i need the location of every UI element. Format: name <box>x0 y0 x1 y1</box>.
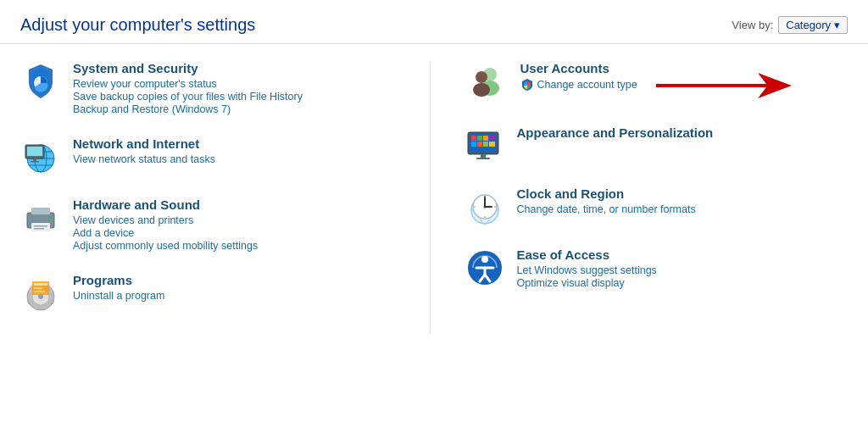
svg-rect-34 <box>477 136 482 141</box>
ease-link-1[interactable]: Let Windows suggest settings <box>517 264 849 276</box>
svg-point-55 <box>481 256 488 263</box>
left-panel: System and Security Review your computer… <box>20 61 431 334</box>
system-security-link-1[interactable]: Review your computer's status <box>73 78 404 90</box>
ease-link-2[interactable]: Optimize visual display <box>517 277 849 289</box>
svg-rect-14 <box>34 228 44 230</box>
network-icon <box>20 136 61 177</box>
hardware-link-1[interactable]: View devices and printers <box>73 214 404 226</box>
svg-rect-41 <box>481 154 486 158</box>
ease-access-text: Ease of Access Let Windows suggest setti… <box>517 247 849 290</box>
hardware-sound-title[interactable]: Hardware and Sound <box>73 197 404 212</box>
clock-region-title[interactable]: Clock and Region <box>517 186 849 201</box>
svg-rect-35 <box>483 136 488 141</box>
system-security-link-2[interactable]: Save backup copies of your files with Fi… <box>73 91 404 103</box>
page-title: Adjust your computer's settings <box>20 15 255 35</box>
right-panel: User Accounts Change account ty <box>431 61 849 334</box>
programs-link-1[interactable]: Uninstall a program <box>73 290 404 302</box>
change-account-row: Change account type <box>520 78 849 92</box>
svg-point-27 <box>473 83 490 97</box>
svg-rect-37 <box>471 142 476 147</box>
header: Adjust your computer's settings View by:… <box>0 0 868 44</box>
svg-rect-8 <box>33 158 36 161</box>
ease-icon <box>465 247 505 288</box>
svg-rect-40 <box>489 142 495 147</box>
user-accounts-item: User Accounts Change account ty <box>465 61 849 105</box>
system-security-link-3[interactable]: Backup and Restore (Windows 7) <box>73 103 404 115</box>
shield-icon <box>520 78 534 92</box>
svg-point-26 <box>476 71 487 83</box>
appearance-title[interactable]: Appearance and Personalization <box>517 125 849 140</box>
ease-access-item: Ease of Access Let Windows suggest setti… <box>465 247 849 290</box>
user-accounts-text: User Accounts Change account ty <box>520 61 849 92</box>
svg-rect-33 <box>471 136 476 141</box>
svg-rect-36 <box>489 136 495 141</box>
svg-rect-39 <box>483 142 488 147</box>
svg-marker-30 <box>656 73 792 98</box>
view-by-container: View by: Category ▾ <box>732 16 848 34</box>
network-link-1[interactable]: View network status and tasks <box>73 153 404 165</box>
viewby-dropdown[interactable]: Category ▾ <box>778 16 848 34</box>
appearance-text: Appearance and Personalization <box>517 125 849 142</box>
programs-title[interactable]: Programs <box>73 273 404 287</box>
hardware-link-2[interactable]: Add a device <box>73 227 404 239</box>
clock-region-item: Clock and Region Change date, time, or n… <box>465 186 849 227</box>
clock-link-1[interactable]: Change date, time, or number formats <box>517 203 849 215</box>
network-internet-text: Network and Internet View network status… <box>73 136 404 166</box>
hardware-icon <box>20 197 61 238</box>
system-security-icon <box>20 61 61 102</box>
annotation-arrow <box>656 73 792 98</box>
svg-rect-11 <box>31 208 50 214</box>
programs-item: Programs Uninstall a program <box>20 273 404 314</box>
appearance-item: Appearance and Personalization <box>465 125 849 166</box>
chevron-down-icon: ▾ <box>834 19 840 31</box>
network-internet-item: Network and Internet View network status… <box>20 136 404 177</box>
hardware-sound-text: Hardware and Sound View devices and prin… <box>73 197 404 253</box>
system-security-item: System and Security Review your computer… <box>20 61 404 116</box>
system-security-text: System and Security Review your computer… <box>73 61 404 116</box>
svg-rect-9 <box>31 161 39 163</box>
viewby-value: Category <box>786 19 831 31</box>
svg-rect-22 <box>34 287 42 289</box>
viewby-label: View by: <box>732 19 773 31</box>
clock-icon <box>465 186 505 227</box>
svg-point-15 <box>49 216 53 220</box>
system-security-title[interactable]: System and Security <box>73 61 404 75</box>
svg-rect-13 <box>34 225 47 227</box>
hardware-sound-item: Hardware and Sound View devices and prin… <box>20 197 404 253</box>
programs-text: Programs Uninstall a program <box>73 273 404 303</box>
svg-rect-7 <box>27 147 42 156</box>
ease-access-title[interactable]: Ease of Access <box>517 247 849 262</box>
svg-rect-42 <box>476 158 490 159</box>
svg-rect-38 <box>477 142 482 147</box>
appearance-icon <box>465 125 505 166</box>
user-accounts-icon <box>465 61 509 105</box>
svg-rect-12 <box>31 223 50 231</box>
clock-region-text: Clock and Region Change date, time, or n… <box>517 186 849 216</box>
svg-rect-23 <box>34 291 45 292</box>
programs-icon <box>20 273 61 314</box>
hardware-link-3[interactable]: Adjust commonly used mobility settings <box>73 240 404 252</box>
svg-rect-21 <box>34 283 47 286</box>
change-account-type-link[interactable]: Change account type <box>537 79 637 91</box>
network-internet-title[interactable]: Network and Internet <box>73 136 404 151</box>
main-content: System and Security Review your computer… <box>0 44 868 351</box>
